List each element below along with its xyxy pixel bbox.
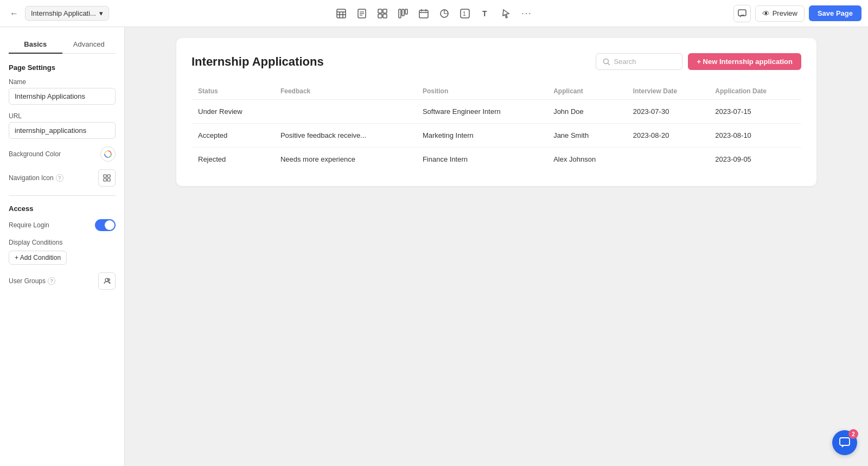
svg-rect-27 <box>107 175 110 177</box>
toolbar-text-icon[interactable]: T <box>476 4 495 23</box>
toolbar-number-icon[interactable]: 1 <box>456 4 474 23</box>
access-title: Access <box>9 205 116 213</box>
bg-color-row: Background Color <box>9 146 116 162</box>
svg-rect-11 <box>378 14 382 18</box>
cell-4: 2023-07-30 <box>627 100 709 124</box>
col-application-date: Application Date <box>709 83 801 100</box>
col-position: Position <box>416 83 547 100</box>
toolbar-chart-icon[interactable] <box>435 4 454 23</box>
eye-icon: 👁 <box>762 9 770 18</box>
search-box[interactable]: Search <box>596 53 682 70</box>
toolbar-doc-icon[interactable] <box>353 4 371 23</box>
col-applicant: Applicant <box>547 83 627 100</box>
tab-advanced[interactable]: Advanced <box>62 36 116 54</box>
toolbar-kanban-icon[interactable] <box>394 4 412 23</box>
svg-rect-26 <box>104 175 106 177</box>
nav-icon-row: Navigation Icon ? <box>9 169 116 187</box>
cell-0: Accepted <box>192 124 274 148</box>
page-card: Internship Applications Search + New Int… <box>176 38 816 186</box>
col-interview-date: Interview Date <box>627 83 709 100</box>
name-label: Name <box>9 78 116 86</box>
sidebar-tabs: Basics Advanced <box>9 36 116 54</box>
require-login-row: Require Login <box>9 219 116 231</box>
table-row: RejectedNeeds more experienceFinance Int… <box>192 148 801 171</box>
back-button[interactable]: ← <box>7 6 22 21</box>
bg-color-label: Background Color <box>9 150 61 158</box>
divider <box>9 195 116 196</box>
col-status: Status <box>192 83 274 100</box>
user-groups-button[interactable] <box>98 272 116 290</box>
content-area: Internship Applications Search + New Int… <box>125 27 868 466</box>
preview-button[interactable]: 👁 Preview <box>755 5 805 22</box>
svg-point-32 <box>604 59 609 63</box>
svg-rect-13 <box>399 9 401 18</box>
svg-text:T: T <box>482 9 487 18</box>
svg-rect-10 <box>383 9 387 13</box>
sidebar: Basics Advanced Page Settings Name URL B… <box>0 27 125 466</box>
col-feedback: Feedback <box>274 83 416 100</box>
cell-0: Rejected <box>192 148 274 171</box>
display-conditions-label: Display Conditions <box>9 239 116 246</box>
cell-4: 2023-08-20 <box>627 124 709 148</box>
require-login-label: Require Login <box>9 221 49 229</box>
cell-2: Finance Intern <box>416 148 547 171</box>
nav-icon-label: Navigation Icon ? <box>9 174 63 182</box>
cell-1: Positive feedback receive... <box>274 124 416 148</box>
chat-badge: 2 <box>848 429 858 439</box>
main-layout: Basics Advanced Page Settings Name URL B… <box>0 27 868 466</box>
table-row: Under ReviewSoftware Engineer InternJohn… <box>192 100 801 124</box>
page-dropdown[interactable]: Internship Applicati... ▾ <box>25 6 109 21</box>
search-placeholder: Search <box>614 58 636 66</box>
cell-5: 2023-09-05 <box>709 148 801 171</box>
top-bar: ← Internship Applicati... ▾ 1 T <box>0 0 868 27</box>
top-bar-left: ← Internship Applicati... ▾ <box>7 6 109 21</box>
page-header: Internship Applications Search + New Int… <box>192 53 801 70</box>
toolbar-grid-icon[interactable] <box>373 4 392 23</box>
svg-rect-34 <box>840 438 850 445</box>
chat-icon <box>839 437 851 449</box>
url-label: URL <box>9 112 116 120</box>
svg-rect-15 <box>405 9 407 14</box>
toolbar-table-icon[interactable] <box>332 4 350 23</box>
color-picker-button[interactable] <box>100 146 116 162</box>
cell-1 <box>274 100 416 124</box>
cell-5: 2023-07-15 <box>709 100 801 124</box>
svg-rect-12 <box>383 14 387 18</box>
toolbar-more-icon[interactable]: ··· <box>518 4 536 23</box>
save-page-button[interactable]: Save Page <box>809 5 861 21</box>
add-condition-button[interactable]: + Add Condition <box>9 251 67 265</box>
svg-rect-14 <box>402 9 404 16</box>
svg-rect-16 <box>419 10 428 18</box>
toolbar-calendar-icon[interactable] <box>414 4 433 23</box>
cell-3: Alex Johnson <box>547 148 627 171</box>
nav-icon-help[interactable]: ? <box>56 174 63 182</box>
cell-5: 2023-08-10 <box>709 124 801 148</box>
svg-line-33 <box>608 63 610 65</box>
cell-0: Under Review <box>192 100 274 124</box>
page-header-right: Search + New Internship application <box>596 53 801 70</box>
cell-4 <box>627 148 709 171</box>
preview-label: Preview <box>773 9 797 17</box>
table-row: AcceptedPositive feedback receive...Mark… <box>192 124 801 148</box>
url-input[interactable] <box>9 122 116 139</box>
page-settings-title: Page Settings <box>9 63 116 72</box>
require-login-toggle[interactable] <box>95 219 116 231</box>
comment-button[interactable] <box>733 5 751 22</box>
nav-icon-button[interactable] <box>98 169 116 187</box>
svg-rect-0 <box>337 9 346 18</box>
svg-rect-28 <box>104 178 106 181</box>
chat-fab[interactable]: 2 <box>832 430 857 455</box>
name-input[interactable] <box>9 88 116 105</box>
toolbar-cursor-icon[interactable] <box>497 4 515 23</box>
svg-rect-29 <box>107 178 110 181</box>
tab-basics[interactable]: Basics <box>9 36 62 54</box>
svg-rect-9 <box>378 9 382 13</box>
table-header-row: Status Feedback Position Applicant Inter… <box>192 83 801 100</box>
cell-3: Jane Smith <box>547 124 627 148</box>
user-groups-help[interactable]: ? <box>48 277 55 285</box>
new-application-button[interactable]: + New Internship application <box>688 53 801 70</box>
chevron-down-icon: ▾ <box>99 9 103 17</box>
top-bar-right: 👁 Preview Save Page <box>733 5 861 22</box>
toolbar-center: 1 T ··· <box>332 4 536 23</box>
cell-3: John Doe <box>547 100 627 124</box>
